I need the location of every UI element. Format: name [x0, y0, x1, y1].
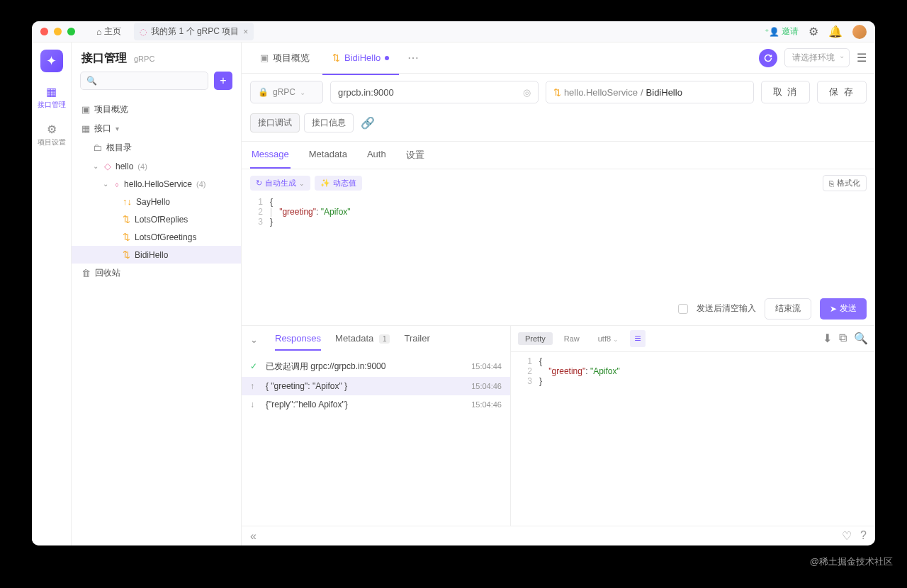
tree-method-bidihello[interactable]: ⇅ BidiHello	[72, 246, 241, 264]
tree-api-root[interactable]: ▦ 接口 ▾	[72, 119, 241, 138]
main-panel: ▣ 项目概览 ⇅ BidiHello ⋯ 请选择环境 ⌄	[242, 43, 875, 545]
rail-project-settings[interactable]: ⚙ 项目设置	[38, 123, 66, 147]
editor-tabs: ▣ 项目概览 ⇅ BidiHello ⋯ 请选择环境 ⌄	[242, 43, 875, 74]
download-icon[interactable]: ⬇	[823, 332, 832, 345]
resp-tab-responses[interactable]: Responses	[275, 333, 321, 346]
bidi-icon: ⇅	[553, 87, 561, 98]
editor-toolbar: ↻ 自动生成 ⌄ ✨ 动态值 ⎘ 格式化	[242, 169, 875, 197]
clear-on-send-label: 发送后清空输入	[697, 303, 756, 315]
arrow-up-icon: ↑	[250, 381, 260, 391]
feedback-icon[interactable]: ♡	[842, 529, 852, 543]
save-button[interactable]: 保 存	[817, 81, 867, 103]
arrow-down-icon: ↓	[250, 400, 260, 409]
tab-debug[interactable]: 接口调试	[250, 113, 300, 132]
response-viewer: Pretty Raw utf8 ⌄ ≡ ⬇ ⧉ 🔍	[511, 326, 875, 526]
home-tab[interactable]: ⌂ 主页	[89, 23, 128, 40]
chevron-down-icon[interactable]: ⌄	[103, 180, 110, 188]
mode-tabs: 接口调试 接口信息 🔗	[242, 111, 875, 132]
tab-bidihello[interactable]: ⇅ BidiHello	[322, 48, 399, 67]
request-body-editor[interactable]: 1{ 2| "greeting": "Apifox" 3}	[242, 197, 875, 232]
view-raw[interactable]: Raw	[557, 332, 587, 345]
tree-method-lotsofreplies[interactable]: ⇅ LotsOfReplies	[72, 210, 241, 228]
clear-on-send-checkbox[interactable]	[678, 304, 688, 314]
sidebar: 接口管理 gRPC + ▣ 项目概览 ▦ 接口 ▾ 🗀	[72, 43, 242, 545]
minimize-window-icon[interactable]	[54, 28, 62, 35]
target-icon[interactable]: ◎	[523, 87, 531, 98]
encoding-select[interactable]: utf8 ⌄	[591, 332, 626, 345]
search-icon[interactable]: 🔍	[854, 332, 868, 345]
project-tab[interactable]: ◌ 我的第 1 个 gRPC 项目 ×	[134, 23, 254, 40]
trash-icon: 🗑	[81, 268, 91, 278]
bell-icon[interactable]: 🔔	[828, 25, 843, 38]
folder-icon: 🗀	[93, 142, 102, 153]
send-button[interactable]: ➤ 发送	[820, 298, 867, 320]
invite-icon: ⁺👤	[765, 27, 779, 37]
tab-info[interactable]: 接口信息	[304, 113, 354, 132]
service-path[interactable]: ⇅ hello.HelloService / BidiHello	[546, 81, 754, 103]
avatar[interactable]	[852, 25, 867, 39]
search-input[interactable]	[80, 72, 208, 90]
tree-hello-service[interactable]: ⌄ ⬨ hello.HelloService (4)	[72, 175, 241, 193]
home-label: 主页	[104, 26, 121, 38]
log-item[interactable]: ↑ { "greeting": "Apifox" } 15:04:46	[242, 377, 510, 395]
app-logo[interactable]: ✦	[40, 50, 63, 72]
window-controls	[40, 28, 75, 35]
service-icon: ⬨	[114, 179, 120, 189]
req-tab-metadata[interactable]: Metadata	[308, 142, 349, 169]
close-window-icon[interactable]	[40, 28, 48, 35]
rail-api-mgmt[interactable]: ▦ 接口管理	[38, 85, 66, 110]
dynamic-button[interactable]: ✨ 动态值	[315, 176, 362, 191]
log-item[interactable]: ✓ 已发起调用 grpc://grpcb.in:9000 15:04:44	[242, 356, 510, 377]
tree-method-lotsofgreetings[interactable]: ⇅ LotsOfGreetings	[72, 228, 241, 246]
tree-method-sayhello[interactable]: ↑↓ SayHello	[72, 193, 241, 210]
environment-select[interactable]: 请选择环境 ⌄	[784, 48, 850, 67]
help-icon[interactable]: ?	[860, 529, 867, 543]
tree-root-dir[interactable]: 🗀 根目录	[72, 138, 241, 157]
tree-trash[interactable]: 🗑 回收站	[72, 264, 241, 283]
send-action-row: 发送后清空输入 结束流 ➤ 发送	[242, 293, 875, 326]
view-pretty[interactable]: Pretty	[518, 332, 553, 345]
copy-icon[interactable]: ⧉	[839, 332, 847, 345]
tab-more-icon[interactable]: ⋯	[402, 48, 424, 67]
req-tab-settings[interactable]: 设置	[405, 142, 426, 169]
req-tab-auth[interactable]: Auth	[366, 142, 388, 169]
close-tab-icon[interactable]: ×	[243, 27, 248, 37]
chevron-down-icon[interactable]: ⌄	[93, 162, 100, 170]
url-input[interactable]: grpcb.in:9000 ◎	[330, 81, 539, 103]
maximize-window-icon[interactable]	[67, 28, 75, 35]
overview-icon: ▣	[81, 104, 90, 115]
settings-icon[interactable]: ⚙	[809, 25, 818, 38]
format-button[interactable]: ⎘ 格式化	[823, 175, 867, 191]
unsaved-indicator-icon	[385, 56, 389, 60]
tree-hello-pkg[interactable]: ⌄ ◇ hello (4)	[72, 157, 241, 175]
end-stream-button[interactable]: 结束流	[765, 298, 811, 320]
api-root-icon: ▦	[81, 123, 90, 134]
invite-button[interactable]: ⁺👤 邀请	[765, 26, 799, 38]
stream-icon: ⇅	[123, 214, 130, 225]
stream-icon: ⇅	[123, 232, 130, 242]
magic-icon: ✨	[320, 179, 330, 188]
package-icon: ◇	[104, 161, 111, 171]
lock-icon: 🔒	[258, 87, 269, 97]
tab-overview[interactable]: ▣ 项目概览	[250, 47, 320, 69]
bidi-icon: ⇅	[123, 249, 130, 260]
response-log: ⌄ Responses Metadata 1 Trailer ✓ 已发起调用 g…	[242, 326, 511, 526]
protocol-select[interactable]: 🔒 gRPC ⌄	[250, 81, 323, 103]
link-icon[interactable]: 🔗	[361, 116, 375, 130]
success-icon: ✓	[250, 361, 260, 371]
add-button[interactable]: +	[214, 72, 232, 90]
project-settings-icon: ⚙	[45, 123, 58, 135]
tree-overview[interactable]: ▣ 项目概览	[72, 100, 241, 119]
resp-tab-trailer[interactable]: Trailer	[404, 333, 429, 346]
wrap-icon[interactable]: ≡	[630, 330, 645, 347]
refresh-button[interactable]	[759, 49, 777, 67]
response-body[interactable]: 1{ 2 "greeting": "Apifox" 3}	[511, 352, 875, 392]
collapse-icon[interactable]: ⌄	[250, 334, 258, 345]
autogen-button[interactable]: ↻ 自动生成 ⌄	[250, 176, 310, 191]
menu-icon[interactable]: ☰	[857, 51, 867, 64]
collapse-sidebar-icon[interactable]: «	[250, 530, 257, 543]
req-tab-message[interactable]: Message	[250, 142, 291, 169]
log-item[interactable]: ↓ {"reply":"hello Apifox"} 15:04:46	[242, 395, 510, 414]
resp-tab-metadata[interactable]: Metadata 1	[335, 333, 390, 346]
cancel-button[interactable]: 取 消	[761, 81, 811, 103]
